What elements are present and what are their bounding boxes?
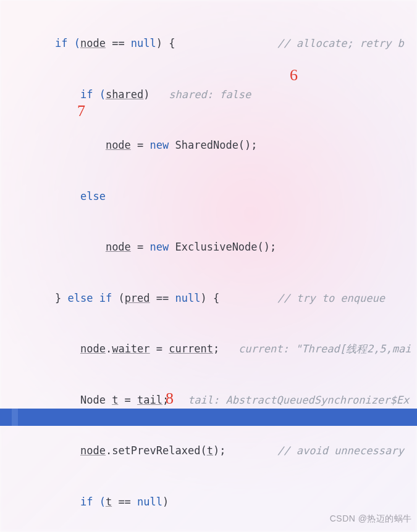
code-editor[interactable]: if (node == null) {// allocate; retry b … xyxy=(55,1,417,532)
code-line[interactable]: else xyxy=(55,188,417,206)
editor-gutter xyxy=(0,0,55,532)
code-line[interactable]: if (shared) shared: false xyxy=(55,86,417,104)
inline-hint: shared: false xyxy=(169,88,251,101)
code-line[interactable]: Node t = tail; tail: AbstractQueuedSynch… xyxy=(55,392,417,409)
annotation-7: 7 xyxy=(77,102,85,120)
inline-hint: tail: AbstractQueuedSynchronizer$Ex xyxy=(188,394,409,406)
code-line[interactable]: if (t == null) xyxy=(55,494,417,511)
code-line[interactable]: if (node == null) {// allocate; retry b xyxy=(55,35,417,52)
keyword-if: if ( xyxy=(55,37,80,49)
inline-comment: // avoid unnecessary xyxy=(277,443,404,460)
code-line[interactable]: node = new ExclusiveNode(); xyxy=(55,239,417,256)
annotation-8: 8 xyxy=(166,390,174,407)
watermark: CSDN @热迈的蜗牛 xyxy=(330,510,412,528)
annotation-6: 6 xyxy=(290,67,298,84)
inline-comment: // allocate; retry b xyxy=(277,35,404,52)
inline-comment: // try to enqueue xyxy=(277,290,385,307)
code-line[interactable]: node.waiter = current; current: "Thread[… xyxy=(55,341,417,358)
code-line[interactable]: } else if (pred == null) {// try to enqu… xyxy=(55,290,417,307)
code-line[interactable]: node = new SharedNode(); xyxy=(55,137,417,154)
inline-hint: current: "Thread[线程2,5,mai xyxy=(238,343,411,355)
code-line[interactable]: node.setPrevRelaxed(t);// avoid unnecess… xyxy=(55,443,417,460)
